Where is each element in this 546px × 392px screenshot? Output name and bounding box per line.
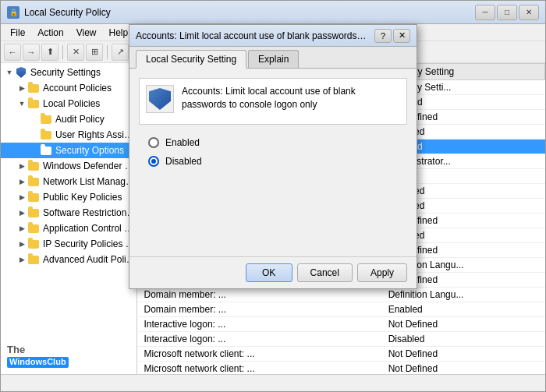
dialog: Accounts: Limit local account use of bla… xyxy=(129,24,417,289)
apply-button[interactable]: Apply xyxy=(357,263,407,282)
dialog-content: Accounts: Limit local account use of bla… xyxy=(129,69,417,256)
dialog-title-buttons: ? ✕ xyxy=(374,29,410,43)
radio-disabled-input[interactable] xyxy=(148,156,159,167)
radio-enabled-option[interactable]: Enabled xyxy=(148,137,407,148)
radio-disabled-option[interactable]: Disabled xyxy=(148,156,407,167)
policy-icon-area xyxy=(146,85,174,113)
dialog-help-button[interactable]: ? xyxy=(374,29,392,43)
dialog-title-bar: Accounts: Limit local account use of bla… xyxy=(129,25,417,47)
main-window: 🔒 Local Security Policy ─ □ ✕ File Actio… xyxy=(0,0,546,392)
policy-shield-icon xyxy=(149,88,171,110)
radio-enabled-label: Enabled xyxy=(165,137,200,148)
dialog-overlay: Accounts: Limit local account use of bla… xyxy=(1,1,545,391)
cancel-button[interactable]: Cancel xyxy=(297,263,353,282)
dialog-close-button[interactable]: ✕ xyxy=(393,29,410,43)
ok-button[interactable]: OK xyxy=(246,263,292,282)
tab-local-security-setting[interactable]: Local Security Setting xyxy=(136,50,246,69)
dialog-tabs: Local Security Setting Explain xyxy=(129,47,417,69)
dialog-title: Accounts: Limit local account use of bla… xyxy=(136,30,368,41)
tab-explain[interactable]: Explain xyxy=(248,50,299,68)
dialog-footer: OK Cancel Apply xyxy=(129,256,417,288)
policy-description-text: Accounts: Limit local account use of bla… xyxy=(182,85,400,111)
radio-enabled-input[interactable] xyxy=(148,137,159,148)
radio-disabled-label: Disabled xyxy=(165,156,202,167)
policy-description-area: Accounts: Limit local account use of bla… xyxy=(139,78,407,125)
radio-group: Enabled Disabled xyxy=(139,137,407,167)
